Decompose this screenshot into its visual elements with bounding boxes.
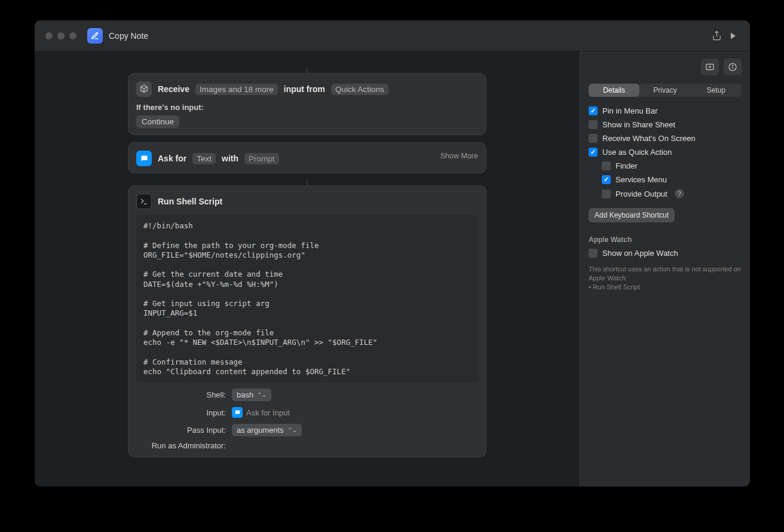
close-window-button[interactable]	[45, 32, 53, 39]
app-window: Copy Note Receive I	[35, 20, 750, 487]
quick-action-services-menu[interactable]: Services Menu	[589, 175, 742, 184]
add-keyboard-shortcut-button[interactable]: Add Keyboard Shortcut	[589, 208, 675, 222]
help-icon[interactable]: ?	[675, 189, 684, 198]
info-button[interactable]	[724, 59, 742, 75]
receive-icon	[136, 81, 152, 97]
svg-marker-1	[731, 32, 736, 39]
pass-input-label: Pass Input:	[136, 426, 226, 435]
receive-title: Receive	[158, 84, 189, 94]
add-to-dock-button[interactable]	[701, 59, 719, 75]
option-use-quick-action[interactable]: Use as Quick Action	[589, 148, 742, 157]
input-label: Input:	[136, 408, 226, 417]
checkbox-icon	[602, 161, 611, 170]
shell-title: Run Shell Script	[158, 197, 222, 206]
ask-prompt-token[interactable]: Prompt	[244, 153, 279, 164]
no-input-label: If there's no input:	[136, 103, 478, 112]
receive-input-action[interactable]: Receive Images and 18 more input from Qu…	[128, 73, 486, 135]
ask-for-input-action[interactable]: Ask for Text with Prompt Show More	[128, 142, 486, 173]
traffic-lights	[45, 32, 76, 39]
run-shell-script-action[interactable]: Run Shell Script #!/bin/bash # Define th…	[128, 185, 486, 457]
tab-setup[interactable]: Setup	[691, 84, 742, 97]
checkbox-icon	[589, 249, 598, 258]
quick-action-finder[interactable]: Finder	[589, 161, 742, 170]
checkbox-icon	[589, 120, 598, 129]
shell-input-variable[interactable]: Ask for Input	[232, 406, 290, 419]
option-show-share-sheet[interactable]: Show in Share Sheet	[589, 120, 742, 129]
fullscreen-window-button[interactable]	[69, 32, 76, 39]
option-pin-menu-bar[interactable]: Pin in Menu Bar	[589, 106, 742, 115]
checkbox-icon	[589, 134, 598, 143]
ask-icon	[136, 151, 152, 166]
checkbox-icon	[602, 189, 611, 198]
titlebar: Copy Note	[35, 20, 750, 51]
ask-lead: Ask for	[158, 154, 186, 163]
terminal-icon	[136, 194, 152, 209]
shell-label: Shell:	[136, 390, 226, 399]
checkbox-icon	[589, 148, 598, 157]
option-show-on-watch[interactable]: Show on Apple Watch	[589, 249, 742, 258]
run-button[interactable]	[725, 27, 742, 44]
sidebar-tab-switcher[interactable]: Details Privacy Setup	[589, 84, 742, 97]
tab-privacy[interactable]: Privacy	[639, 84, 690, 97]
apple-watch-header: Apple Watch	[589, 236, 742, 244]
no-input-action-token[interactable]: Continue	[136, 115, 179, 128]
workflow-canvas: Receive Images and 18 more input from Qu…	[35, 51, 580, 487]
tab-details[interactable]: Details	[589, 84, 639, 97]
shell-select[interactable]: bash⌃⌄	[232, 389, 271, 401]
pass-input-select[interactable]: as arguments⌃⌄	[232, 424, 302, 436]
minimize-window-button[interactable]	[57, 32, 65, 39]
chevron-down-icon: ⌃⌄	[287, 427, 297, 433]
chevron-down-icon: ⌃⌄	[257, 392, 267, 398]
receive-source-token[interactable]: Quick Actions	[331, 84, 388, 95]
share-button[interactable]	[708, 27, 725, 44]
ask-with: with	[222, 154, 238, 163]
shortcut-app-icon	[87, 28, 103, 44]
checkbox-icon	[602, 175, 611, 184]
show-more-button[interactable]: Show More	[440, 152, 478, 160]
details-sidebar: Details Privacy Setup Pin in Menu Bar Sh…	[580, 51, 750, 487]
quick-action-provide-output[interactable]: Provide Output ?	[589, 189, 742, 198]
receive-types-token[interactable]: Images and 18 more	[195, 84, 278, 95]
checkbox-icon	[589, 106, 598, 115]
shell-script-editor[interactable]: #!/bin/bash # Define the path to your or…	[136, 215, 478, 383]
connector	[307, 68, 308, 73]
ask-type-token[interactable]: Text	[192, 153, 216, 164]
receive-middle: input from	[284, 84, 325, 94]
run-as-admin-label: Run as Administrator:	[136, 441, 226, 450]
watch-unsupported-note: This shortcut uses an action that is not…	[589, 265, 742, 292]
ask-icon	[232, 407, 243, 418]
window-title: Copy Note	[109, 31, 148, 41]
option-receive-on-screen[interactable]: Receive What's On Screen	[589, 134, 742, 143]
svg-point-8	[732, 65, 733, 66]
connector	[307, 181, 308, 185]
